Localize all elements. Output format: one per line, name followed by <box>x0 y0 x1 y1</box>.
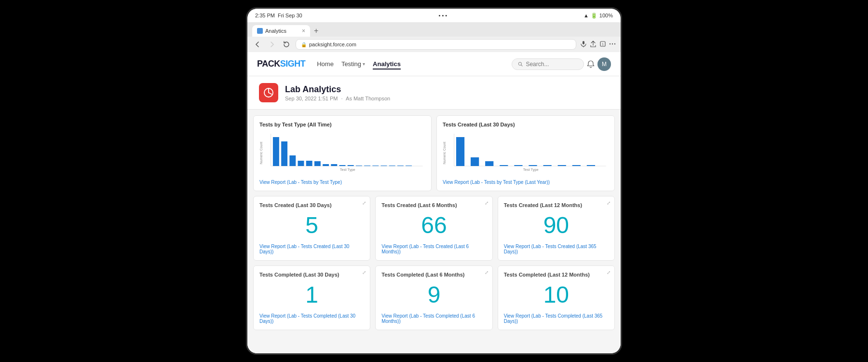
svg-point-3 <box>610 43 610 44</box>
page-title: Lab Analytics <box>285 84 390 95</box>
svg-rect-17 <box>331 164 337 166</box>
browser-tab[interactable]: Analytics × <box>252 25 310 37</box>
metric-value-4: 1 <box>259 279 364 310</box>
status-bar: 2:35 PM Fri Sep 30 • • • ▲ 🔋 100% <box>247 9 621 22</box>
app-logo: PACKSIGHT <box>257 59 305 69</box>
metric-expand-6[interactable]: ⤢ <box>607 270 610 275</box>
tab-close-btn[interactable]: × <box>302 28 305 34</box>
chart-link-2[interactable]: View Report (Lab - Tests by Test Type (L… <box>443 180 609 185</box>
svg-point-5 <box>614 43 615 44</box>
metric-title-2: Tests Created (Last 6 Months) <box>381 202 486 208</box>
metric-link-1[interactable]: View Report (Lab - Tests Created (Last 3… <box>259 244 364 254</box>
search-icon <box>518 61 523 67</box>
page-header: Lab Analytics Sep 30, 2022 1:51 PM · As … <box>247 76 621 110</box>
metric-link-5[interactable]: View Report (Lab - Tests Completed (Last… <box>381 313 486 324</box>
bell-icon[interactable] <box>584 57 597 71</box>
metric-link-6[interactable]: View Report (Lab - Tests Completed (Last… <box>504 313 609 324</box>
metric-link-2[interactable]: View Report (Lab - Tests Created (Last 6… <box>381 244 486 254</box>
svg-text:Numeric Count: Numeric Count <box>443 142 447 165</box>
address-bar: 🔒 packsight.force.com 1 <box>247 37 621 52</box>
svg-rect-19 <box>348 165 354 166</box>
refresh-btn[interactable] <box>281 39 292 50</box>
url-text: packsight.force.com <box>309 42 356 47</box>
new-tab-btn[interactable]: + <box>312 27 320 35</box>
page-header-icon <box>259 83 278 102</box>
subtitle-date: Sep 30, 2022 1:51 PM <box>285 96 338 101</box>
nav-search[interactable] <box>512 58 584 70</box>
status-dots: • • • <box>439 13 448 18</box>
forward-btn[interactable] <box>267 39 277 50</box>
metric-card-5: ⤢ Tests Completed (Last 6 Months) 9 View… <box>375 265 492 330</box>
nav-analytics[interactable]: Analytics <box>373 58 401 70</box>
battery-icon: 🔋 <box>591 13 597 19</box>
metric-title-4: Tests Completed (Last 30 Days) <box>259 272 364 278</box>
page-header-info: Lab Analytics Sep 30, 2022 1:51 PM · As … <box>285 84 390 101</box>
metric-expand-1[interactable]: ⤢ <box>362 200 366 206</box>
svg-rect-31 <box>456 137 464 166</box>
app-content: PACKSIGHT Home Testing ▾ Analytics <box>247 52 621 353</box>
svg-rect-38 <box>558 165 566 166</box>
metric-title-5: Tests Completed (Last 6 Months) <box>381 272 486 278</box>
svg-rect-11 <box>281 141 287 166</box>
metric-link-3[interactable]: View Report (Lab - Tests Created (Last 3… <box>504 244 609 254</box>
svg-rect-25 <box>397 166 404 166</box>
tab-title: Analytics <box>265 28 286 34</box>
more-btn[interactable] <box>609 41 616 49</box>
metric-card-3: ⤢ Tests Created (Last 12 Months) 90 View… <box>498 196 615 261</box>
nav-testing[interactable]: Testing ▾ <box>341 58 365 70</box>
svg-rect-10 <box>273 137 279 166</box>
metric-expand-5[interactable]: ⤢ <box>485 270 488 275</box>
metric-value-3: 90 <box>504 210 609 241</box>
battery-percent: 100% <box>599 13 613 18</box>
search-input[interactable] <box>526 61 578 68</box>
metric-expand-2[interactable]: ⤢ <box>485 200 488 206</box>
svg-text:Numeric Count: Numeric Count <box>259 142 264 165</box>
tab-bar: Analytics × + <box>247 22 621 37</box>
metric-expand-3[interactable]: ⤢ <box>607 200 610 206</box>
chart-card-1: Tests by Test Type (All Time) Numeric Co… <box>253 115 432 191</box>
metric-title-1: Tests Created (Last 30 Days) <box>259 202 364 208</box>
chevron-down-icon: ▾ <box>363 61 365 67</box>
metric-value-1: 5 <box>259 210 364 241</box>
svg-rect-16 <box>323 164 329 166</box>
metric-title-6: Tests Completed (Last 12 Months) <box>504 272 609 278</box>
mic-btn[interactable] <box>580 41 587 49</box>
avatar[interactable]: M <box>597 57 611 71</box>
metric-expand-4[interactable]: ⤢ <box>362 270 366 275</box>
metrics-row-2: ⤢ Tests Completed (Last 30 Days) 1 View … <box>247 265 621 330</box>
back-btn[interactable] <box>252 39 263 50</box>
svg-rect-12 <box>289 155 296 166</box>
metric-card-1: ⤢ Tests Created (Last 30 Days) 5 View Re… <box>253 196 370 261</box>
svg-rect-40 <box>587 165 595 166</box>
url-bar[interactable]: 🔒 packsight.force.com <box>296 39 576 50</box>
page-content: Lab Analytics Sep 30, 2022 1:51 PM · As … <box>247 76 621 353</box>
chart-title-2: Tests Created (Last 30 Days) <box>443 122 609 127</box>
svg-rect-20 <box>356 166 362 166</box>
metric-title-3: Tests Created (Last 12 Months) <box>504 202 609 208</box>
nav-links: Home Testing ▾ Analytics <box>317 58 512 70</box>
tablet-frame: 2:35 PM Fri Sep 30 • • • ▲ 🔋 100% Analyt… <box>246 7 622 355</box>
logo-sight: SIGHT <box>280 59 306 69</box>
metric-value-2: 66 <box>381 210 486 241</box>
svg-rect-33 <box>485 161 493 166</box>
nav-home[interactable]: Home <box>317 58 334 70</box>
tabs-btn[interactable]: 1 <box>599 41 606 49</box>
svg-text:1: 1 <box>602 42 604 46</box>
chart-svg-1: Numeric Count <box>259 131 425 175</box>
svg-rect-23 <box>381 166 387 166</box>
svg-rect-32 <box>471 157 479 166</box>
subtitle-user: As Matt Thompson <box>346 96 390 101</box>
metric-value-6: 10 <box>504 279 609 310</box>
chart-card-2: Tests Created (Last 30 Days) Numeric Cou… <box>436 115 615 191</box>
chart-link-1[interactable]: View Report (Lab - Tests by Test Type) <box>259 180 425 185</box>
metric-card-2: ⤢ Tests Created (Last 6 Months) 66 View … <box>375 196 492 261</box>
svg-point-6 <box>518 62 521 65</box>
svg-rect-35 <box>514 165 522 166</box>
metric-link-4[interactable]: View Report (Lab - Tests Completed (Last… <box>259 313 364 324</box>
share-btn[interactable] <box>590 41 597 49</box>
svg-point-4 <box>612 43 613 44</box>
browser-chrome: Analytics × + 🔒 packsight.force.co <box>247 22 621 52</box>
tablet-screen: 2:35 PM Fri Sep 30 • • • ▲ 🔋 100% Analyt… <box>247 9 621 353</box>
svg-text:Test Type: Test Type <box>523 167 539 172</box>
status-date: Fri Sep 30 <box>278 13 302 18</box>
